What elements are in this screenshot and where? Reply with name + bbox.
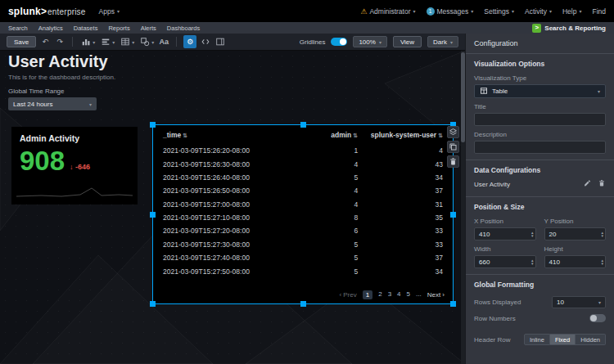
table-row[interactable]: 2021-03-09T15:26:40-08:00534 xyxy=(161,171,445,184)
header-row-option-hidden[interactable]: Hidden xyxy=(576,334,606,345)
row-numbers-toggle[interactable] xyxy=(589,314,606,322)
pagination-page-2[interactable]: 2 xyxy=(378,290,381,299)
sort-icon: ⇅ xyxy=(353,133,358,138)
stepper-control[interactable]: ▴▾ xyxy=(531,258,534,266)
y-position-input[interactable]: 20 ▴▾ xyxy=(544,227,607,240)
trash-icon[interactable] xyxy=(598,179,606,189)
add-chart-tool[interactable]: ▾ xyxy=(79,37,96,47)
add-single-value-tool[interactable]: ▾ xyxy=(99,37,115,47)
configuration-gear-icon[interactable]: ⚙ xyxy=(183,35,196,48)
caret-down-icon[interactable]: ▾ xyxy=(531,262,534,266)
selection-handle[interactable] xyxy=(300,122,306,128)
view-button[interactable]: View xyxy=(393,36,422,47)
table-row[interactable]: 2021-03-09T15:27:20-08:00633 xyxy=(161,224,445,237)
splunk-logo[interactable]: splunk>enterprise xyxy=(8,6,86,17)
height-input[interactable]: 410 ▴▾ xyxy=(544,255,607,268)
section-position-size[interactable]: Position & Size xyxy=(474,203,606,211)
section-global-formatting[interactable]: Global Formatting xyxy=(474,281,606,289)
undo-icon[interactable]: ↶ xyxy=(39,37,51,47)
column-header-admin[interactable]: admin⇅ xyxy=(291,127,359,144)
settings-menu[interactable]: Settings ▾ xyxy=(484,7,514,16)
administrator-menu[interactable]: ⚠ Administrator ▾ xyxy=(360,7,415,16)
add-table-tool[interactable]: ▾ xyxy=(119,37,135,47)
table-body: 2021-03-09T15:26:20-08:00142021-03-09T15… xyxy=(161,144,445,278)
edit-pencil-icon[interactable] xyxy=(583,179,591,189)
single-value-widget[interactable]: Admin Activity 908 ↓ -646 xyxy=(11,127,138,204)
data-source-row[interactable]: User Activity xyxy=(474,179,606,189)
selection-handle[interactable] xyxy=(450,301,456,307)
save-button[interactable]: Save xyxy=(7,36,36,47)
section-visualization-options[interactable]: Visualization Options xyxy=(474,60,606,68)
pagination-prev[interactable]: ‹ Prev xyxy=(339,291,356,299)
canvas-scrollbar[interactable] xyxy=(461,51,465,364)
add-shape-tool[interactable]: ▾ xyxy=(138,37,155,47)
caret-down-icon[interactable]: ▾ xyxy=(601,234,603,238)
width-input[interactable]: 660 ▴▾ xyxy=(474,255,536,268)
pagination-page-4[interactable]: 4 xyxy=(397,290,400,299)
sort-icon: ⇅ xyxy=(438,133,443,138)
add-text-tool[interactable]: Aa xyxy=(158,37,169,47)
selection-handle[interactable] xyxy=(300,301,306,307)
help-menu[interactable]: Help ▾ xyxy=(562,7,582,16)
apps-menu[interactable]: Apps ▾ xyxy=(99,7,120,16)
redo-icon[interactable]: ↷ xyxy=(54,37,65,47)
table-row[interactable]: 2021-03-09T15:26:30-08:00443 xyxy=(161,157,445,170)
header-row-label: Header Row xyxy=(474,336,510,344)
selection-handle[interactable] xyxy=(150,212,156,218)
table-row[interactable]: 2021-03-09T15:27:00-08:00431 xyxy=(161,198,445,211)
zoom-dropdown[interactable]: 100% ▾ xyxy=(353,36,386,47)
table-row[interactable]: 2021-03-09T15:26:50-08:00437 xyxy=(161,184,445,197)
layout-panel-icon[interactable] xyxy=(214,37,226,47)
navbar-item-search[interactable]: Search xyxy=(8,25,28,32)
time-range-dropdown[interactable]: Last 24 hours ▾ xyxy=(8,97,97,110)
messages-menu[interactable]: 1 Messages ▾ xyxy=(427,7,474,16)
stepper-control[interactable]: ▴▾ xyxy=(601,231,603,238)
source-code-icon[interactable] xyxy=(200,37,211,47)
column-header-time[interactable]: _time⇅ xyxy=(161,127,291,144)
table-type-icon xyxy=(480,87,488,97)
table-row[interactable]: 2021-03-09T15:27:50-08:00534 xyxy=(161,264,445,277)
navbar-item-reports[interactable]: Reports xyxy=(108,25,129,32)
trash-icon[interactable] xyxy=(447,155,459,168)
x-position-input[interactable]: 410 ▴▾ xyxy=(474,227,536,240)
header-row-option-inline[interactable]: Inline xyxy=(524,334,550,345)
find-search[interactable]: Find xyxy=(592,7,606,16)
navbar-item-alerts[interactable]: Alerts xyxy=(141,25,156,32)
rows-displayed-dropdown[interactable]: 10 ▾ xyxy=(552,296,606,308)
activity-menu[interactable]: Activity ▾ xyxy=(525,7,552,16)
table-row[interactable]: 2021-03-09T15:27:30-08:00533 xyxy=(161,238,445,251)
table-widget[interactable]: _time⇅ admin⇅ splunk-system-user⇅ 2021- xyxy=(152,124,454,304)
duplicate-icon[interactable] xyxy=(447,141,459,153)
apps-menu-label: Apps xyxy=(99,7,115,16)
caret-down-icon[interactable]: ▾ xyxy=(531,234,534,238)
selection-handle[interactable] xyxy=(450,212,456,218)
selection-handle[interactable] xyxy=(150,122,156,128)
scrollbar-thumb[interactable] xyxy=(461,52,465,142)
theme-dropdown[interactable]: Dark ▾ xyxy=(427,36,458,47)
pagination-next[interactable]: Next › xyxy=(427,291,445,299)
header-row-option-fixed[interactable]: Fixed xyxy=(550,334,576,345)
title-input[interactable] xyxy=(474,113,606,126)
selection-handle[interactable] xyxy=(150,301,156,307)
table-row[interactable]: 2021-03-09T15:26:20-08:0014 xyxy=(161,144,445,157)
description-input[interactable] xyxy=(474,141,606,154)
column-header-splunk-system-user[interactable]: splunk-system-user⇅ xyxy=(359,127,445,144)
pagination-page-...[interactable]: ... xyxy=(416,290,422,299)
navbar-item-datasets[interactable]: Datasets xyxy=(74,25,98,32)
pagination-page-1[interactable]: 1 xyxy=(363,290,372,299)
table-row[interactable]: 2021-03-09T15:27:40-08:00537 xyxy=(161,251,445,264)
current-app[interactable]: > Search & Reporting xyxy=(532,24,606,33)
caret-down-icon[interactable]: ▾ xyxy=(601,262,603,266)
pagination-page-5[interactable]: 5 xyxy=(407,290,410,299)
stepper-control[interactable]: ▴▾ xyxy=(601,258,603,266)
gridlines-toggle[interactable] xyxy=(331,38,347,46)
layers-icon[interactable] xyxy=(447,126,459,138)
dashboard-canvas[interactable]: User Activity This is for the dashboard … xyxy=(0,51,465,364)
navbar-item-analytics[interactable]: Analytics xyxy=(38,25,63,32)
table-row[interactable]: 2021-03-09T15:27:10-08:00835 xyxy=(161,211,445,224)
stepper-control[interactable]: ▴▾ xyxy=(531,231,534,238)
viz-type-dropdown[interactable]: Table ▾ xyxy=(474,84,606,98)
navbar-item-dashboards[interactable]: Dashboards xyxy=(167,25,200,32)
section-data-configurations[interactable]: Data Configurations xyxy=(474,166,606,174)
pagination-page-3[interactable]: 3 xyxy=(388,290,391,299)
